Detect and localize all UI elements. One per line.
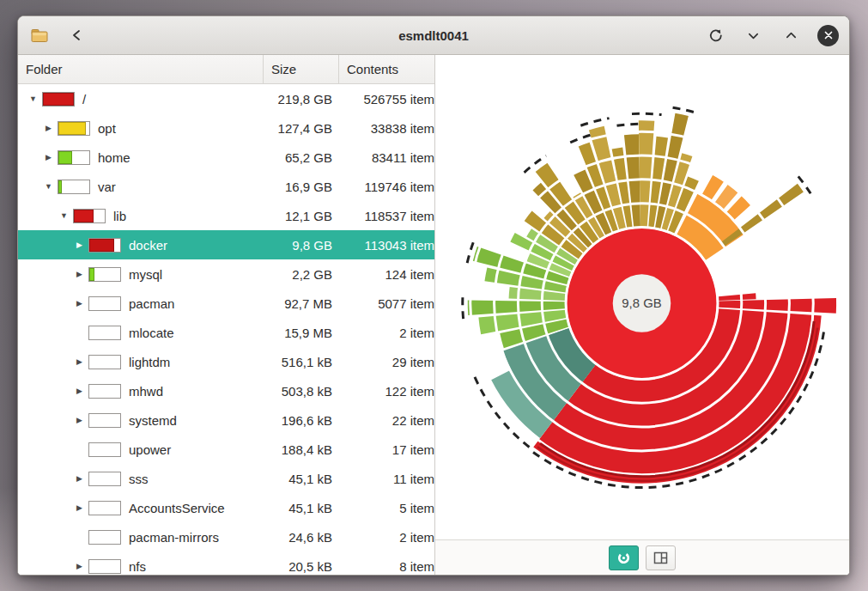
folder-size: 12,1 GB [263,209,338,223]
usage-swatch [88,413,121,428]
expander-icon[interactable]: ▶ [73,241,86,249]
folder-size: 24,6 kB [263,530,338,545]
usage-swatch [88,267,121,282]
folder-contents-count: 2 item [338,530,434,545]
table-row[interactable]: ▶nfs20,5 kB8 item [18,551,434,575]
usage-swatch [88,501,121,515]
table-row[interactable]: mlocate15,9 MB2 item [18,318,434,347]
usage-swatch [58,150,90,165]
folder-contents-count: 526755 item [338,92,434,107]
collapse-chevron-up-icon[interactable] [780,24,802,46]
rings-chart-button[interactable] [609,545,639,570]
expander-icon[interactable]: ▶ [73,299,86,308]
table-row[interactable]: ▶lightdm516,1 kB29 item [18,347,434,376]
folder-contents-count: 8 item [338,559,434,574]
expander-icon[interactable]: ▼ [58,211,70,220]
table-row[interactable]: ▼lib12,1 GB118537 item [18,201,434,230]
folder-contents-count: 22 item [338,413,434,428]
usage-swatch [88,442,121,457]
usage-swatch [88,384,121,399]
folder-size: 219,8 GB [263,92,338,107]
folder-name: mysql [129,267,162,282]
refresh-button[interactable] [704,24,726,46]
usage-swatch [88,296,121,311]
treemap-chart-button[interactable] [646,545,676,570]
folder-name: pacman-mirrors [129,530,219,545]
usage-swatch [88,326,121,340]
table-row[interactable]: ▶sss45,1 kB11 item [18,464,434,493]
folder-name: nfs [129,559,146,574]
folder-size: 503,8 kB [263,384,338,399]
expander-icon[interactable]: ▶ [73,270,86,278]
expander-icon[interactable]: ▶ [73,387,86,395]
usage-swatch [58,121,90,136]
table-row[interactable]: ▶home65,2 GB83411 item [18,143,434,172]
usage-swatch [42,92,75,107]
content-area: Folder Size Contents ▼/219,8 GB526755 it… [18,55,849,575]
expander-icon[interactable]: ▼ [27,94,39,103]
table-row[interactable]: ▼var16,9 GB119746 item [18,172,434,201]
folder-contents-count: 118537 item [338,209,434,223]
folder-name: mhwd [129,384,163,399]
table-row[interactable]: ▶opt127,4 GB33838 item [18,113,434,143]
folder-contents-count: 17 item [338,442,434,457]
column-header-folder[interactable]: Folder [18,55,263,83]
folder-contents-count: 119746 item [338,180,434,194]
usage-swatch [58,180,90,194]
depth-dash-arc [467,242,473,263]
chart-segment[interactable] [719,293,756,301]
folder-tree-pane: Folder Size Contents ▼/219,8 GB526755 it… [18,55,435,575]
folder-contents-count: 113043 item [338,238,434,253]
table-row[interactable]: ▶AccountsService45,1 kB5 item [18,493,434,522]
close-button[interactable] [817,25,839,46]
depth-dash-arc [580,119,609,126]
usage-swatch [73,209,106,223]
table-row[interactable]: pacman-mirrors24,6 kB2 item [18,522,434,551]
expander-icon[interactable]: ▶ [73,357,86,366]
folder-contents-count: 2 item [338,326,434,340]
expander-icon[interactable]: ▶ [42,124,55,132]
table-row[interactable]: ▼/219,8 GB526755 item [18,84,434,113]
table-row[interactable]: ▶pacman92,7 MB5077 item [18,289,434,318]
depth-dash-arc [632,113,662,114]
back-button[interactable] [66,24,88,46]
folder-name: lib [113,209,126,223]
expander-icon[interactable]: ▶ [73,503,86,512]
table-row[interactable]: ▶mhwd503,8 kB122 item [18,376,434,405]
expander-icon[interactable]: ▼ [42,182,55,191]
folder-name: mlocate [129,326,174,340]
folder-contents-count: 5077 item [338,296,434,311]
folder-contents-count: 124 item [338,267,434,282]
table-row[interactable]: ▶docker9,8 GB113043 item [18,230,434,259]
tree-column-headers: Folder Size Contents [18,55,434,84]
column-header-size[interactable]: Size [263,55,338,83]
folder-name: sss [129,472,149,486]
folder-size: 20,5 kB [263,559,338,574]
expander-icon[interactable]: ▶ [73,474,86,483]
folder-name: var [98,180,116,194]
folder-contents-count: 5 item [338,501,434,515]
folder-name: lightdm [129,355,170,369]
folder-size: 516,1 kB [263,355,338,369]
expander-icon[interactable]: ▶ [73,562,86,570]
usage-swatch [88,238,121,253]
folder-size: 127,4 GB [263,121,338,136]
folder-size: 45,1 kB [263,472,338,486]
expander-icon[interactable]: ▶ [73,416,86,424]
menu-chevron-down-icon[interactable] [742,24,764,46]
folder-size: 15,9 MB [263,326,338,340]
table-row[interactable]: ▶systemd196,6 kB22 item [18,405,434,435]
column-header-contents[interactable]: Contents [338,55,434,83]
folder-size: 65,2 GB [263,150,338,165]
folder-size: 9,8 GB [263,238,338,253]
table-row[interactable]: ▶mysql2,2 GB124 item [18,259,434,289]
usage-swatch [88,559,121,574]
folder-name: systemd [129,413,177,428]
folder-name: pacman [129,296,174,311]
chart-view-toolbar [435,539,849,575]
folder-contents-count: 122 item [338,384,434,399]
table-row[interactable]: upower188,4 kB17 item [18,435,434,464]
tree-rows: ▼/219,8 GB526755 item▶opt127,4 GB33838 i… [18,84,434,575]
usage-swatch [88,472,121,486]
expander-icon[interactable]: ▶ [42,153,55,161]
